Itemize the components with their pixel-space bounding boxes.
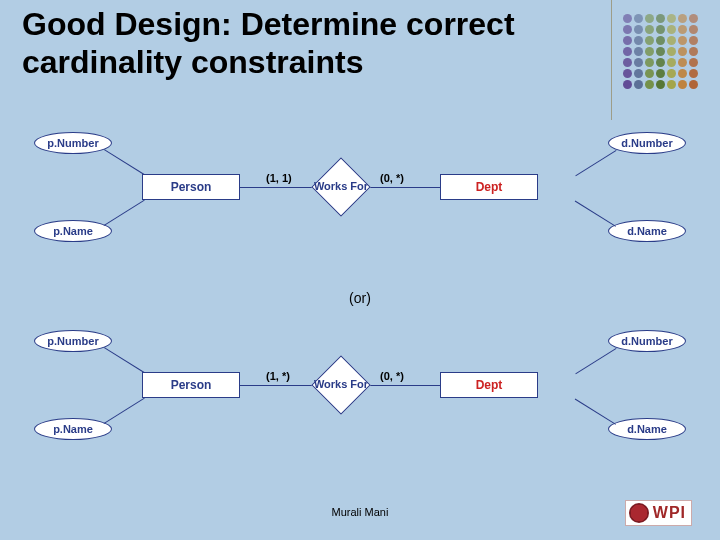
attr-d-name: d.Name [608,220,686,242]
relationship-works-for: Works For [312,356,370,414]
decorative-dot-grid [621,14,698,91]
cardinality-right: (0, *) [380,172,404,184]
wpi-logo-text: WPI [653,504,686,522]
page-title: Good Design: Determine correct cardinali… [22,6,582,82]
entity-person: Person [142,174,240,200]
decorative-divider [611,0,612,120]
cardinality-left: (1, 1) [266,172,292,184]
attr-p-name: p.Name [34,220,112,242]
relationship-works-for: Works For [312,158,370,216]
er-diagram-1: p.Number p.Name d.Number d.Name Person D… [34,132,686,262]
entity-person: Person [142,372,240,398]
entity-dept: Dept [440,174,538,200]
wpi-seal-icon [629,503,649,523]
wpi-logo: WPI [625,500,692,526]
attr-d-number: d.Number [608,132,686,154]
or-label: (or) [0,290,720,306]
cardinality-right: (0, *) [380,370,404,382]
attr-d-number: d.Number [608,330,686,352]
attr-p-number: p.Number [34,132,112,154]
attr-p-number: p.Number [34,330,112,352]
entity-dept: Dept [440,372,538,398]
cardinality-left: (1, *) [266,370,290,382]
attr-p-name: p.Name [34,418,112,440]
footer-author: Murali Mani [0,506,720,518]
attr-d-name: d.Name [608,418,686,440]
er-diagram-2: p.Number p.Name d.Number d.Name Person D… [34,330,686,460]
